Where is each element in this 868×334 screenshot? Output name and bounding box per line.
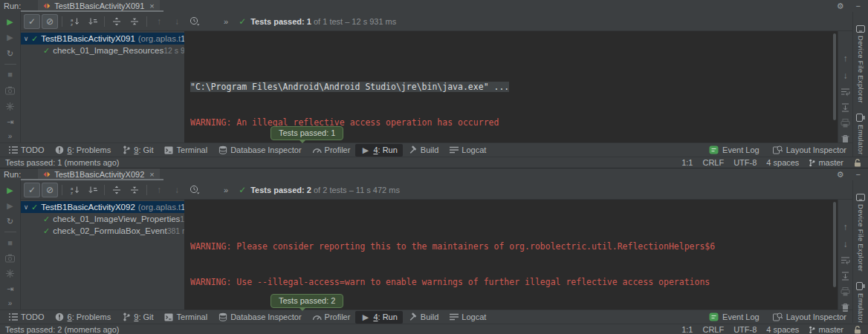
expand-all-button[interactable] [108,183,125,197]
toggle-auto-test-button[interactable]: ↻ [4,216,16,227]
git-branch-widget[interactable]: master [809,158,843,167]
toolbar-item-database-inspector[interactable]: Database Inspector [213,311,306,324]
toolbar-item-database-inspector[interactable]: Database Inspector [213,144,306,157]
caret-position[interactable]: 1:1 [681,158,693,167]
toolbar-item-problems[interactable]: 6: Problems [50,144,117,157]
show-passed-toggle[interactable]: ✓ [24,183,40,197]
line-ending-selector[interactable]: CRLF [702,158,724,167]
collapse-all-button[interactable] [126,183,143,197]
indent-selector[interactable]: 4 spaces [766,158,799,167]
toolbar-item-terminal[interactable]: Terminal [159,311,213,324]
write-access-lock-icon[interactable] [853,326,861,334]
stop-button[interactable]: ■ [4,237,16,248]
toggle-auto-test-button[interactable]: ↻ [4,48,16,59]
caret-position[interactable]: 1:1 [681,325,693,334]
close-icon[interactable]: × [149,1,154,10]
toolbar-item-build[interactable]: Build [403,311,444,324]
rerun-tests-button[interactable]: ▶ [4,16,16,27]
toolbar-item-todo[interactable]: TODO [3,144,50,157]
dock-button-emulator[interactable]: Emulator [856,114,865,154]
toolbar-item-run[interactable]: ▶ 4: Run [355,311,402,324]
scroll-to-end-button[interactable] [841,272,851,281]
close-icon[interactable]: × [149,170,154,179]
chevron-down-icon[interactable]: ∨ [21,35,31,42]
thread-dump-button[interactable] [4,252,16,263]
toolbar-item-run[interactable]: ▶ 4: Run [355,144,402,157]
next-occurrence-button[interactable]: ↓ [169,14,185,29]
toolbar-item-problems[interactable]: 6: Problems [50,311,117,324]
rerun-failed-tests-button[interactable]: ▶ [4,32,16,43]
sort-alphabetically-button[interactable]: az [66,14,82,29]
show-ignored-toggle[interactable]: ⊘ [42,183,58,197]
sort-by-duration-button[interactable] [84,14,100,29]
test-history-button[interactable] [187,183,203,197]
toolbar-item-todo[interactable]: TODO [3,311,50,324]
toolbar-item-profiler[interactable]: Profiler [307,144,356,157]
encoding-selector[interactable]: UTF-8 [733,158,757,167]
gear-icon[interactable]: ⚙ [837,170,844,180]
toolbar-item-logcat[interactable]: Logcat [444,144,491,157]
next-occurrence-button[interactable]: ↓ [169,183,185,197]
encoding-selector[interactable]: UTF-8 [733,325,757,334]
gear-icon[interactable]: ⚙ [837,1,844,11]
previous-occurrence-button[interactable]: ↑ [151,183,167,197]
restore-layout-button[interactable]: ⇥ [4,117,16,128]
sort-by-duration-button[interactable] [84,183,100,197]
stop-button[interactable]: ■ [4,69,16,80]
layout-inspector-button[interactable]: Layout Inspector [773,312,846,321]
soft-wrap-button[interactable] [841,256,851,265]
hide-window-icon[interactable]: − [856,170,861,179]
thread-dump-button[interactable] [4,85,16,96]
dock-button-device-file-explorer[interactable]: Device File Explorer [856,25,865,103]
dock-button-emulator[interactable]: Emulator [856,282,865,323]
scrollbar-thumb[interactable] [833,33,836,120]
up-stack-trace-button[interactable]: ↑ [841,53,851,64]
toolbar-item-build[interactable]: Build [403,144,444,157]
console-scrollbar[interactable] [832,31,838,143]
test-tree-row[interactable]: ✓ check_02_FormulaBox_Event 381 ms [21,225,184,237]
layout-inspector-button[interactable]: Layout Inspector [773,145,846,154]
console-scrollbar[interactable] [832,200,838,310]
collapse-all-button[interactable] [126,14,143,29]
print-button[interactable] [841,119,851,128]
line-ending-selector[interactable]: CRLF [702,325,724,334]
test-history-button[interactable] [187,14,203,29]
hide-window-icon[interactable]: − [856,1,861,10]
rerun-failed-tests-button[interactable]: ▶ [4,200,16,212]
toolbar-item-profiler[interactable]: Profiler [307,311,356,324]
chevron-down-icon[interactable]: ∨ [21,203,31,211]
down-stack-trace-button[interactable]: ↓ [841,71,851,81]
show-passed-toggle[interactable]: ✓ [24,14,40,29]
event-log-button[interactable]: Event Log [709,312,760,321]
profile-tests-button[interactable] [4,268,16,279]
expand-all-button[interactable] [108,14,125,29]
toolbar-item-git[interactable]: 9: Git [116,311,158,324]
test-tree-row[interactable]: ✓ check_01_Image_Resources 12 s 931 ms [21,45,184,56]
down-stack-trace-button[interactable]: ↓ [841,239,851,249]
toolbar-item-git[interactable]: 9: Git [116,144,158,157]
indent-selector[interactable]: 4 spaces [766,325,799,334]
scrollbar-thumb[interactable] [833,202,836,287]
toolbar-overflow-chevron[interactable]: » [224,17,228,26]
dock-button-device-file-explorer[interactable]: Device File Explorer [856,194,865,272]
restore-layout-button[interactable]: ⇥ [4,284,16,295]
sort-alphabetically-button[interactable]: az [66,183,82,197]
soft-wrap-button[interactable] [841,88,851,96]
write-access-lock-icon[interactable] [853,159,861,167]
rerun-tests-button[interactable]: ▶ [4,185,16,196]
toolbar-item-logcat[interactable]: Logcat [444,311,491,324]
scroll-to-end-button[interactable] [841,103,851,112]
more-options-chevron[interactable]: » [8,299,13,307]
up-stack-trace-button[interactable]: ↑ [841,222,851,232]
git-branch-widget[interactable]: master [809,325,843,334]
toolbar-overflow-chevron[interactable]: » [224,186,228,194]
test-tree-root-row[interactable]: ∨ ✓ TestB1BasicActivityX091 (org.aplas.t… [21,33,184,45]
test-tree-row[interactable]: ✓ check_01_ImageView_Properties 11 s 91 … [21,213,184,225]
show-ignored-toggle[interactable]: ⊘ [42,14,58,29]
previous-occurrence-button[interactable]: ↑ [151,14,167,29]
print-button[interactable] [841,287,851,296]
test-tree-root-row[interactable]: ∨ ✓ TestB1BasicActivityX092 (org.aplas.t… [21,201,184,213]
profile-tests-button[interactable] [4,100,16,111]
event-log-button[interactable]: Event Log [709,145,760,154]
more-options-chevron[interactable]: » [8,132,13,140]
